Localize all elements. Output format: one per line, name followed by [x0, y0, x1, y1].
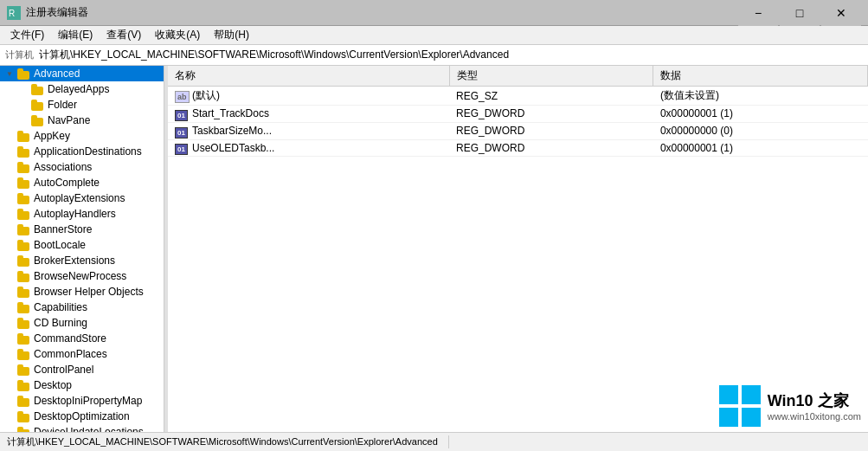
col-header-type[interactable]: 类型 [449, 66, 653, 87]
tree-item-controlpanel[interactable]: ControlPanel [0, 362, 164, 377]
expand-icon [17, 83, 29, 95]
tree-label: NavPane [48, 114, 90, 126]
col-header-name[interactable]: 名称 [168, 66, 449, 87]
tree-item-commandstore[interactable]: CommandStore [0, 331, 164, 346]
table-row[interactable]: (默认)REG_SZ(数值未设置) [168, 87, 868, 106]
tree-label: CommandStore [34, 332, 106, 345]
tree-item-desktopinipropertymap[interactable]: DesktopIniPropertyMap [0, 393, 164, 409]
tree-label: DeviceUpdateLocations [34, 426, 144, 432]
cell-data: 0x00000001 (1) [653, 106, 868, 123]
folder-icon [17, 270, 31, 282]
tree-item-cdburning[interactable]: CD Burning [0, 315, 164, 331]
window-title: 注册表编辑器 [26, 5, 88, 20]
tree-label: Advanced [34, 68, 80, 80]
tree-label: Folder [48, 99, 77, 111]
expand-icon [3, 379, 16, 391]
menu-edit[interactable]: 编辑(E) [51, 26, 100, 44]
tree-label: AutoComplete [34, 177, 100, 189]
address-path[interactable]: 计算机\HKEY_LOCAL_MACHINE\SOFTWARE\Microsof… [39, 48, 509, 62]
expand-icon [3, 317, 16, 329]
folder-icon [17, 208, 31, 220]
dword-icon [175, 108, 189, 120]
folder-icon [17, 317, 31, 329]
expand-icon [17, 99, 29, 111]
tree-item-associations[interactable]: Associations [0, 159, 164, 175]
tree-label: BannerStore [34, 223, 92, 235]
expand-icon [3, 286, 16, 298]
tree-item-navpane[interactable]: NavPane [0, 113, 164, 128]
tree-item-autoplayextensions[interactable]: AutoplayExtensions [0, 190, 164, 206]
tree-panel[interactable]: Advanced DelayedApps Folder NavPane AppK… [0, 66, 164, 432]
tree-item-browsenewprocess[interactable]: BrowseNewProcess [0, 268, 164, 284]
tree-item-delayedapps[interactable]: DelayedApps [0, 81, 164, 97]
tree-item-desktopoptimization[interactable]: DesktopOptimization [0, 409, 164, 424]
tree-label: Associations [34, 161, 92, 173]
main-area: Advanced DelayedApps Folder NavPane AppK… [0, 66, 868, 432]
tree-label: BootLocale [34, 239, 86, 251]
menu-favorites[interactable]: 收藏夹(A) [148, 26, 207, 44]
tree-item-applicationdestinations[interactable]: ApplicationDestinations [0, 144, 164, 159]
tree-label: Capabilities [34, 301, 87, 313]
tree-label: AutoplayHandlers [34, 208, 116, 220]
tree-item-brokerextensions[interactable]: BrokerExtensions [0, 253, 164, 268]
tree-item-desktop[interactable]: Desktop [0, 377, 164, 393]
folder-icon [17, 192, 31, 204]
table-row[interactable]: Start_TrackDocsREG_DWORD0x00000001 (1) [168, 106, 868, 123]
expand-icon [3, 410, 16, 422]
tree-label: Desktop [34, 379, 72, 391]
expand-icon [3, 270, 16, 282]
expand-icon [3, 223, 16, 235]
folder-icon [17, 68, 31, 80]
folder-icon [17, 145, 31, 158]
tree-item-bannerstore[interactable]: BannerStore [0, 222, 164, 237]
title-bar: R 注册表编辑器 − □ ✕ [0, 0, 868, 26]
tree-label: BrowseNewProcess [34, 270, 126, 282]
close-button[interactable]: ✕ [821, 0, 861, 26]
folder-icon [17, 223, 31, 235]
folder-icon [17, 177, 31, 189]
minimize-button[interactable]: − [738, 0, 778, 26]
folder-icon [17, 379, 31, 391]
window-controls: − □ ✕ [738, 0, 861, 26]
tree-item-deviceupdatelocations[interactable]: DeviceUpdateLocations [0, 424, 164, 432]
expand-icon [3, 192, 16, 204]
cell-name: (默认) [168, 87, 449, 106]
cell-data: (数值未设置) [653, 87, 868, 106]
tree-item-appkey[interactable]: AppKey [0, 128, 164, 144]
expand-icon [3, 426, 16, 432]
tree-label: DesktopOptimization [34, 410, 130, 422]
registry-table-wrapper[interactable]: 名称 类型 数据 (默认)REG_SZ(数值未设置)Start_TrackDoc… [168, 66, 868, 432]
expand-icon [17, 114, 29, 126]
tree-item-autocomplete[interactable]: AutoComplete [0, 175, 164, 190]
address-bar: 计算机 计算机\HKEY_LOCAL_MACHINE\SOFTWARE\Micr… [0, 45, 868, 66]
tree-item-commonplaces[interactable]: CommonPlaces [0, 346, 164, 362]
expand-icon [3, 177, 16, 189]
menu-help[interactable]: 帮助(H) [207, 26, 256, 44]
col-header-data[interactable]: 数据 [653, 66, 868, 87]
address-label: 计算机 [5, 48, 34, 61]
expand-icon [3, 68, 16, 80]
menu-view[interactable]: 查看(V) [100, 26, 148, 44]
folder-icon [31, 83, 45, 95]
dword-icon [175, 142, 189, 154]
cell-data: 0x00000001 (1) [653, 139, 868, 157]
tree-item-folder[interactable]: Folder [0, 97, 164, 113]
folder-icon [17, 410, 31, 422]
expand-icon [3, 364, 16, 376]
table-row[interactable]: UseOLEDTaskb...REG_DWORD0x00000001 (1) [168, 139, 868, 157]
table-row[interactable]: TaskbarSizeMo...REG_DWORD0x00000000 (0) [168, 122, 868, 139]
maximize-button[interactable]: □ [780, 0, 820, 26]
expand-icon [3, 348, 16, 360]
tree-item-capabilities[interactable]: Capabilities [0, 300, 164, 315]
tree-item-autoplayhandlers[interactable]: AutoplayHandlers [0, 206, 164, 222]
tree-item-bootlocale[interactable]: BootLocale [0, 237, 164, 253]
tree-label: AppKey [34, 130, 70, 142]
svg-text:R: R [9, 9, 15, 18]
tree-item-advanced[interactable]: Advanced [0, 66, 164, 81]
expand-icon [3, 395, 16, 407]
tree-item-browserhelperobjects[interactable]: Browser Helper Objects [0, 284, 164, 300]
expand-icon [3, 145, 16, 158]
expand-icon [3, 130, 16, 142]
menu-file[interactable]: 文件(F) [3, 26, 51, 44]
right-panel: 名称 类型 数据 (默认)REG_SZ(数值未设置)Start_TrackDoc… [168, 66, 868, 432]
